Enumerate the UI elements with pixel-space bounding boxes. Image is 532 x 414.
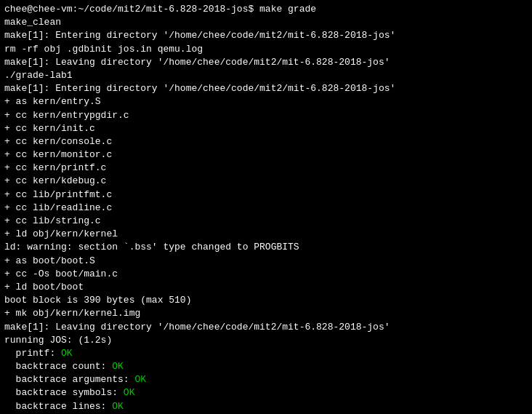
line-text: boot block is 390 bytes (max 510) <box>4 295 191 306</box>
terminal-line: make[1]: Leaving directory '/home/chee/c… <box>4 321 528 334</box>
ok-badge: OK <box>134 374 146 385</box>
line-text: make[1]: Entering directory '/home/chee/… <box>4 83 395 94</box>
line-text: + cc -Os boot/main.c <box>4 268 118 279</box>
line-text: + cc kern/init.c <box>4 123 95 134</box>
ok-badge: OK <box>124 387 135 398</box>
line-text: running JOS: (1.2s) <box>4 335 112 346</box>
line-text: + cc lib/string.c <box>4 215 101 226</box>
ok-badge: OK <box>112 401 124 412</box>
terminal-line: backtrace symbols: OK <box>4 386 528 399</box>
terminal-line: + cc kern/printf.c <box>4 162 528 175</box>
terminal-line: + as boot/boot.S <box>4 255 528 268</box>
line-text: + mk obj/kern/kernel.img <box>4 308 140 319</box>
terminal-line: + cc lib/readline.c <box>4 202 528 215</box>
line-text: ./grade-lab1 <box>4 70 73 81</box>
line-text: ld: warning: section `.bss' type changed… <box>4 242 299 252</box>
line-text: + cc lib/readline.c <box>4 202 112 213</box>
ok-badge: OK <box>112 361 124 372</box>
terminal-line: backtrace arguments: OK <box>4 373 528 386</box>
terminal-line: + cc lib/printfmt.c <box>4 188 528 202</box>
terminal-line: make[1]: Leaving directory '/home/chee/c… <box>4 56 528 69</box>
terminal-line: backtrace count: OK <box>4 360 528 373</box>
terminal-line: + cc -Os boot/main.c <box>4 268 528 281</box>
line-text: make[1]: Entering directory '/home/chee/… <box>4 30 395 41</box>
line-text: + as boot/boot.S <box>4 255 95 266</box>
terminal-line: printf: OK <box>4 347 528 360</box>
terminal-line: + cc kern/console.c <box>4 135 528 148</box>
terminal-line: backtrace lines: OK <box>4 400 528 413</box>
terminal-line: + cc kern/kdebug.c <box>4 175 528 188</box>
terminal-line: ld: warning: section `.bss' type changed… <box>4 241 528 254</box>
line-text: + cc kern/printf.c <box>4 162 106 173</box>
line-text: backtrace arguments: <box>4 374 134 385</box>
terminal-line: + mk obj/kern/kernel.img <box>4 307 528 320</box>
line-text: make_clean <box>4 17 61 28</box>
line-text: chee@chee-vm:~/code/mit2/mit-6.828-2018-… <box>4 4 316 15</box>
terminal-line: make[1]: Entering directory '/home/chee/… <box>4 82 528 95</box>
terminal-line: make_clean <box>4 16 528 29</box>
terminal-line: ./grade-lab1 <box>4 69 528 82</box>
line-text: + cc kern/entrypgdir.c <box>4 110 129 121</box>
ok-badge: OK <box>61 348 73 359</box>
terminal-line: + ld obj/kern/kernel <box>4 228 528 241</box>
line-text: backtrace symbols: <box>4 387 124 398</box>
line-text: + as kern/entry.S <box>4 96 101 107</box>
terminal-line: boot block is 390 bytes (max 510) <box>4 294 528 307</box>
line-text: printf: <box>4 348 61 359</box>
line-text: + ld boot/boot <box>4 282 84 292</box>
terminal-line: + cc lib/string.c <box>4 215 528 228</box>
terminal-line: + cc kern/entrypgdir.c <box>4 109 528 122</box>
line-text: + cc lib/printfmt.c <box>4 189 112 200</box>
terminal-line: + cc kern/monitor.c <box>4 148 528 162</box>
terminal-line: + cc kern/init.c <box>4 122 528 135</box>
terminal-line: + as kern/entry.S <box>4 95 528 108</box>
terminal-line: chee@chee-vm:~/code/mit2/mit-6.828-2018-… <box>4 3 528 16</box>
terminal-line: make[1]: Entering directory '/home/chee/… <box>4 29 528 42</box>
terminal-line: running JOS: (1.2s) <box>4 334 528 347</box>
line-text: rm -rf obj .gdbinit jos.in qemu.log <box>4 44 203 55</box>
line-text: backtrace count: <box>4 361 112 372</box>
line-text: + ld obj/kern/kernel <box>4 228 118 239</box>
line-text: + cc kern/kdebug.c <box>4 175 106 186</box>
line-text: make[1]: Leaving directory '/home/chee/c… <box>4 322 390 333</box>
line-text: make[1]: Leaving directory '/home/chee/c… <box>4 57 390 68</box>
terminal-line: + ld boot/boot <box>4 281 528 294</box>
terminal[interactable]: chee@chee-vm:~/code/mit2/mit-6.828-2018-… <box>0 0 532 414</box>
line-text: backtrace lines: <box>4 401 112 412</box>
line-text: + cc kern/monitor.c <box>4 149 112 160</box>
terminal-line: rm -rf obj .gdbinit jos.in qemu.log <box>4 43 528 56</box>
line-text: + cc kern/console.c <box>4 136 112 147</box>
